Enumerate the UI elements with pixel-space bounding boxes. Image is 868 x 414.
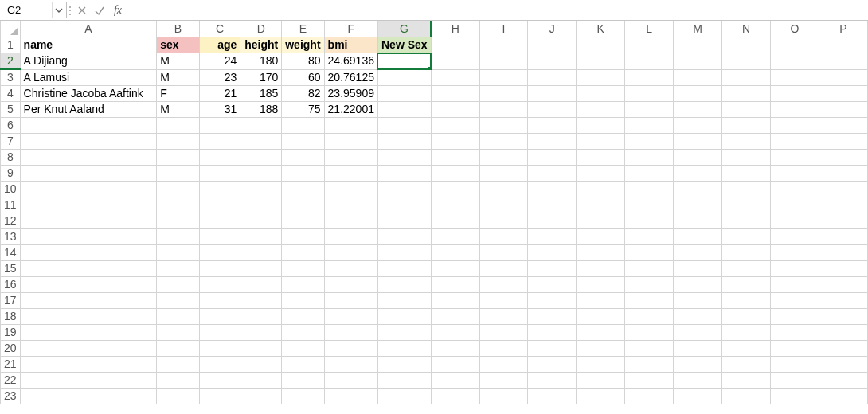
cell-N22[interactable]	[722, 373, 771, 389]
cell-F18[interactable]	[324, 309, 377, 325]
cell-L17[interactable]	[625, 293, 674, 309]
cell-B15[interactable]	[157, 261, 199, 277]
formula-input[interactable]	[131, 2, 866, 18]
cell-I13[interactable]	[479, 229, 528, 245]
cell-A21[interactable]	[20, 357, 157, 373]
row-head-13[interactable]: 13	[1, 229, 21, 245]
cell-K3[interactable]	[577, 69, 625, 86]
cell-M12[interactable]	[674, 213, 722, 229]
cell-H6[interactable]	[431, 118, 479, 134]
col-head-D[interactable]: D	[240, 21, 282, 37]
cell-A16[interactable]	[20, 277, 157, 293]
cell-G7[interactable]	[377, 134, 431, 150]
cell-K20[interactable]	[577, 341, 625, 357]
row-head-10[interactable]: 10	[1, 182, 21, 197]
cell-F5[interactable]: 21.22001	[324, 102, 377, 118]
cell-H2[interactable]	[431, 53, 479, 70]
cell-J12[interactable]	[528, 213, 577, 229]
cell-G6[interactable]	[377, 118, 431, 134]
cell-N6[interactable]	[722, 118, 771, 134]
cell-G17[interactable]	[377, 293, 431, 309]
cell-N17[interactable]	[722, 293, 771, 309]
cell-F17[interactable]	[324, 293, 377, 309]
cell-E19[interactable]	[282, 325, 324, 341]
cell-H12[interactable]	[431, 213, 479, 229]
cell-E15[interactable]	[282, 261, 324, 277]
cell-O4[interactable]	[770, 86, 819, 102]
cell-J14[interactable]	[528, 245, 577, 261]
cell-O19[interactable]	[770, 325, 819, 341]
cell-M14[interactable]	[674, 245, 722, 261]
cell-B11[interactable]	[157, 197, 199, 213]
cell-D18[interactable]	[240, 309, 282, 325]
cell-K2[interactable]	[577, 53, 625, 70]
cell-O14[interactable]	[770, 245, 819, 261]
cell-J22[interactable]	[528, 373, 577, 389]
cell-P15[interactable]	[819, 261, 867, 277]
cell-N16[interactable]	[722, 277, 771, 293]
cell-B10[interactable]	[157, 182, 199, 197]
cell-C17[interactable]	[199, 293, 240, 309]
cell-I23[interactable]	[479, 389, 528, 404]
cell-F10[interactable]	[324, 182, 377, 197]
cell-H16[interactable]	[431, 277, 479, 293]
row-head-16[interactable]: 16	[1, 277, 21, 293]
cell-A8[interactable]	[20, 150, 157, 166]
cell-O2[interactable]	[770, 53, 819, 70]
cell-J18[interactable]	[528, 309, 577, 325]
cell-I5[interactable]	[479, 102, 528, 118]
cell-F3[interactable]: 20.76125	[324, 69, 377, 86]
cell-E17[interactable]	[282, 293, 324, 309]
cell-K4[interactable]	[577, 86, 625, 102]
cell-F14[interactable]	[324, 245, 377, 261]
col-head-G[interactable]: G	[377, 21, 431, 37]
cell-D20[interactable]	[240, 341, 282, 357]
cell-B8[interactable]	[157, 150, 199, 166]
cell-A15[interactable]	[20, 261, 157, 277]
cell-F13[interactable]	[324, 229, 377, 245]
cell-H17[interactable]	[431, 293, 479, 309]
cell-J6[interactable]	[528, 118, 577, 134]
cell-G4[interactable]	[377, 86, 431, 102]
row-head-8[interactable]: 8	[1, 150, 21, 166]
cell-E2[interactable]: 80	[282, 53, 324, 70]
cell-C8[interactable]	[199, 150, 240, 166]
cell-P4[interactable]	[819, 86, 867, 102]
cell-B18[interactable]	[157, 309, 199, 325]
cell-D8[interactable]	[240, 150, 282, 166]
cell-E6[interactable]	[282, 118, 324, 134]
cell-G13[interactable]	[377, 229, 431, 245]
name-box[interactable]: G2	[2, 2, 67, 18]
cell-A3[interactable]: A Lamusi	[20, 69, 157, 86]
row-head-4[interactable]: 4	[1, 86, 21, 102]
cell-M9[interactable]	[674, 166, 722, 182]
cell-E20[interactable]	[282, 341, 324, 357]
cell-H1[interactable]	[431, 37, 479, 53]
chevron-down-icon[interactable]	[52, 2, 65, 18]
col-head-J[interactable]: J	[528, 21, 577, 37]
col-head-M[interactable]: M	[674, 21, 722, 37]
cell-A7[interactable]	[20, 134, 157, 150]
enter-icon[interactable]	[91, 0, 108, 20]
cell-F1[interactable]: bmi	[324, 37, 377, 53]
cell-N14[interactable]	[722, 245, 771, 261]
cell-I11[interactable]	[479, 197, 528, 213]
cell-C15[interactable]	[199, 261, 240, 277]
cell-D23[interactable]	[240, 389, 282, 404]
cell-J15[interactable]	[528, 261, 577, 277]
cell-L20[interactable]	[625, 341, 674, 357]
cell-E9[interactable]	[282, 166, 324, 182]
cell-J16[interactable]	[528, 277, 577, 293]
row-head-14[interactable]: 14	[1, 245, 21, 261]
cell-H23[interactable]	[431, 389, 479, 404]
cell-E22[interactable]	[282, 373, 324, 389]
cancel-icon[interactable]	[73, 0, 91, 20]
cell-H3[interactable]	[431, 69, 479, 86]
cell-B19[interactable]	[157, 325, 199, 341]
cell-H14[interactable]	[431, 245, 479, 261]
row-head-7[interactable]: 7	[1, 134, 21, 150]
cell-O18[interactable]	[770, 309, 819, 325]
cell-M11[interactable]	[674, 197, 722, 213]
cell-O9[interactable]	[770, 166, 819, 182]
cell-H8[interactable]	[431, 150, 479, 166]
